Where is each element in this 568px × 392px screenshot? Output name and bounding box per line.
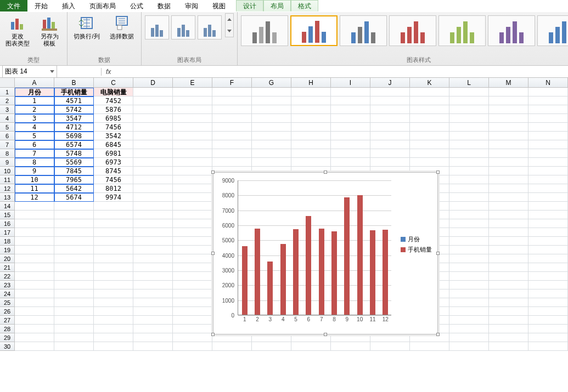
row-header[interactable]: 13: [0, 193, 15, 202]
cell[interactable]: [212, 333, 252, 342]
column-header[interactable]: A: [15, 78, 54, 88]
cell[interactable]: [528, 211, 568, 219]
cell[interactable]: [291, 123, 331, 132]
cell[interactable]: [528, 325, 568, 333]
cell[interactable]: [528, 342, 568, 351]
cell[interactable]: [133, 158, 173, 167]
cell[interactable]: [54, 333, 94, 342]
cell[interactable]: [133, 228, 173, 237]
cell[interactable]: [173, 342, 212, 351]
cell[interactable]: 8745: [94, 167, 133, 175]
cell[interactable]: [528, 263, 568, 272]
cell[interactable]: [449, 140, 489, 149]
cell[interactable]: [173, 88, 212, 96]
cell[interactable]: [528, 96, 568, 105]
cell[interactable]: 电脑销量: [94, 88, 133, 96]
cell[interactable]: [54, 237, 94, 246]
cell[interactable]: [331, 123, 370, 132]
tab-设计[interactable]: 设计: [236, 0, 263, 12]
cell[interactable]: [252, 333, 291, 342]
cell[interactable]: [133, 88, 173, 96]
name-box[interactable]: 图表 14: [2, 65, 57, 78]
row-header[interactable]: 5: [0, 123, 15, 132]
cell[interactable]: [54, 342, 94, 351]
cell[interactable]: 2: [15, 105, 54, 114]
cell[interactable]: [15, 254, 54, 263]
cell[interactable]: [94, 254, 133, 263]
cell[interactable]: [528, 272, 568, 281]
cell[interactable]: [133, 105, 173, 114]
embedded-chart[interactable]: 123456789101112 月份 手机销量 0100020003000400…: [213, 172, 438, 334]
cell[interactable]: [173, 114, 212, 123]
cell[interactable]: [449, 114, 489, 123]
cell[interactable]: [291, 342, 331, 351]
column-header[interactable]: M: [489, 78, 528, 88]
cell[interactable]: [252, 96, 291, 105]
cell[interactable]: [94, 289, 133, 298]
cell[interactable]: [15, 219, 54, 228]
cell[interactable]: 6: [15, 140, 54, 149]
cell[interactable]: [489, 88, 528, 96]
chart-layout-thumb[interactable]: [198, 15, 222, 39]
chart-layout-thumb[interactable]: [171, 15, 195, 39]
cell[interactable]: [252, 123, 291, 132]
cell[interactable]: [528, 307, 568, 316]
cell[interactable]: [173, 237, 212, 246]
cell[interactable]: [173, 281, 212, 289]
row-header[interactable]: 2: [0, 96, 15, 105]
cell[interactable]: [489, 140, 528, 149]
cell[interactable]: [528, 123, 568, 132]
cell[interactable]: [15, 228, 54, 237]
chart-plot-area[interactable]: 123456789101112: [238, 180, 391, 315]
cell[interactable]: [528, 246, 568, 254]
cell[interactable]: 6981: [94, 149, 133, 158]
cell[interactable]: [331, 114, 370, 123]
cell[interactable]: [252, 132, 291, 140]
cell[interactable]: [528, 219, 568, 228]
cell[interactable]: [94, 263, 133, 272]
column-header[interactable]: E: [173, 78, 212, 88]
cell[interactable]: [212, 105, 252, 114]
cell[interactable]: [133, 123, 173, 132]
cell[interactable]: [54, 289, 94, 298]
cell[interactable]: [410, 333, 449, 342]
cell[interactable]: [449, 219, 489, 228]
cell[interactable]: [528, 140, 568, 149]
cell[interactable]: [173, 272, 212, 281]
tab-file[interactable]: 文件: [0, 0, 27, 12]
cell[interactable]: [15, 202, 54, 211]
tab-审阅[interactable]: 审阅: [178, 0, 205, 12]
cell[interactable]: [54, 316, 94, 325]
chart-legend[interactable]: 月份 手机销量: [401, 233, 432, 256]
cell[interactable]: [212, 114, 252, 123]
tab-开始[interactable]: 开始: [27, 0, 55, 12]
row-header[interactable]: 14: [0, 202, 15, 211]
row-header[interactable]: 28: [0, 325, 15, 333]
row-header[interactable]: 26: [0, 307, 15, 316]
cell[interactable]: [133, 316, 173, 325]
row-header[interactable]: 29: [0, 333, 15, 342]
column-header[interactable]: N: [528, 78, 568, 88]
cell[interactable]: [331, 105, 370, 114]
cell[interactable]: [252, 149, 291, 158]
column-header[interactable]: D: [133, 78, 173, 88]
cell[interactable]: [133, 289, 173, 298]
cell[interactable]: [133, 149, 173, 158]
cell[interactable]: [489, 123, 528, 132]
row-header[interactable]: 27: [0, 316, 15, 325]
cell[interactable]: [528, 149, 568, 158]
cell[interactable]: 3: [15, 114, 54, 123]
column-header[interactable]: F: [212, 78, 252, 88]
cell[interactable]: [54, 211, 94, 219]
row-header[interactable]: 4: [0, 114, 15, 123]
cell[interactable]: [54, 298, 94, 307]
cell[interactable]: [54, 325, 94, 333]
cell[interactable]: [173, 316, 212, 325]
cell[interactable]: [133, 193, 173, 202]
cell[interactable]: [94, 219, 133, 228]
cell[interactable]: [173, 202, 212, 211]
row-header[interactable]: 25: [0, 298, 15, 307]
cell[interactable]: [94, 272, 133, 281]
cell[interactable]: [133, 96, 173, 105]
cell[interactable]: [489, 316, 528, 325]
